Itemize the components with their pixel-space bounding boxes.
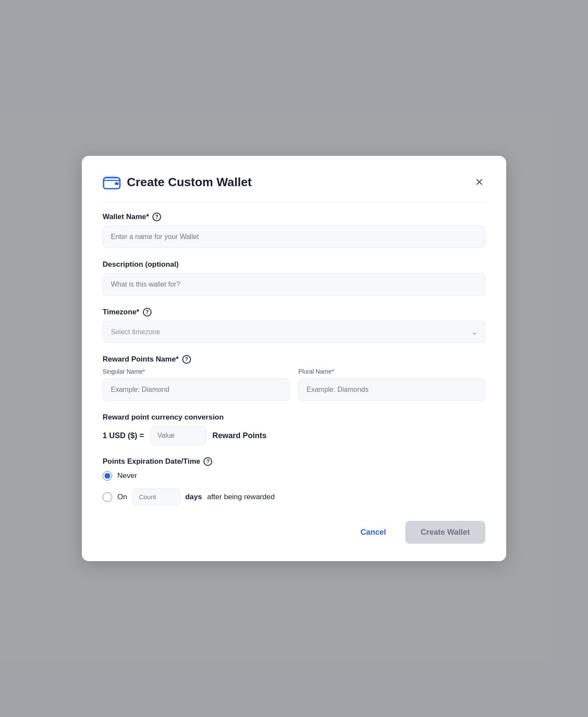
cancel-button[interactable]: Cancel <box>350 522 397 543</box>
description-label: Description (optional) <box>103 260 485 269</box>
reward-points-name-columns: Singular Name* Plural Name* <box>103 368 485 401</box>
plural-name-field: Plural Name* <box>298 368 485 401</box>
timezone-help-icon[interactable]: ? <box>143 308 152 317</box>
expiration-help-icon[interactable]: ? <box>204 457 212 466</box>
singular-name-field: Singular Name* <box>103 368 290 401</box>
reward-points-name-section: Reward Points Name* ? Singular Name* Plu… <box>103 355 485 401</box>
description-section: Description (optional) <box>103 260 485 296</box>
modal-title-group: Create Custom Wallet <box>103 173 252 191</box>
conversion-row: 1 USD ($) = Reward Points <box>103 426 485 445</box>
wallet-icon <box>103 173 121 191</box>
modal-title: Create Custom Wallet <box>127 175 252 189</box>
wallet-name-input[interactable] <box>103 226 485 248</box>
expiration-section: Points Expiration Date/Time ? Never On d… <box>103 457 485 505</box>
currency-conversion-label: Reward point currency conversion <box>103 413 485 422</box>
timezone-select[interactable]: Select timezone <box>103 321 485 343</box>
description-input[interactable] <box>103 273 485 296</box>
plural-name-input[interactable] <box>298 378 485 401</box>
conversion-value-input[interactable] <box>150 426 207 445</box>
modal-container: Create Custom Wallet ✕ Wallet Name* ? De… <box>82 156 506 561</box>
days-label: days <box>185 493 202 501</box>
close-button[interactable]: ✕ <box>473 175 485 189</box>
never-radio-label: Never <box>117 472 137 480</box>
wallet-name-label: Wallet Name* ? <box>103 213 485 221</box>
never-radio-input[interactable] <box>103 471 112 481</box>
wallet-name-section: Wallet Name* ? <box>103 213 485 248</box>
modal-backdrop: Create Custom Wallet ✕ Wallet Name* ? De… <box>0 0 588 717</box>
timezone-select-wrapper: Select timezone ⌄ <box>103 321 485 343</box>
timezone-label: Timezone* ? <box>103 308 485 317</box>
reward-points-help-icon[interactable]: ? <box>182 355 191 364</box>
plural-name-label: Plural Name* <box>298 368 485 375</box>
expiration-label: Points Expiration Date/Time ? <box>103 457 485 466</box>
on-radio-input[interactable] <box>103 492 112 502</box>
svg-rect-1 <box>115 182 118 185</box>
usd-label: 1 USD ($) = <box>103 431 144 440</box>
modal-header: Create Custom Wallet ✕ <box>103 173 485 202</box>
timezone-section: Timezone* ? Select timezone ⌄ <box>103 308 485 343</box>
create-wallet-button[interactable]: Create Wallet <box>405 521 485 544</box>
expiration-radio-group: Never On days after being rewarded <box>103 471 485 505</box>
on-radio-label: On <box>117 493 127 501</box>
singular-name-input[interactable] <box>103 378 290 401</box>
count-input[interactable] <box>132 488 180 505</box>
wallet-name-help-icon[interactable]: ? <box>152 213 161 221</box>
currency-conversion-section: Reward point currency conversion 1 USD (… <box>103 413 485 445</box>
singular-name-label: Singular Name* <box>103 368 290 375</box>
reward-points-name-label: Reward Points Name* ? <box>103 355 485 364</box>
never-radio-option[interactable]: Never <box>103 471 485 481</box>
on-radio-option: On days after being rewarded <box>103 488 485 505</box>
modal-footer: Cancel Create Wallet <box>103 521 485 544</box>
reward-points-label: Reward Points <box>213 431 267 440</box>
after-label: after being rewarded <box>207 493 275 501</box>
